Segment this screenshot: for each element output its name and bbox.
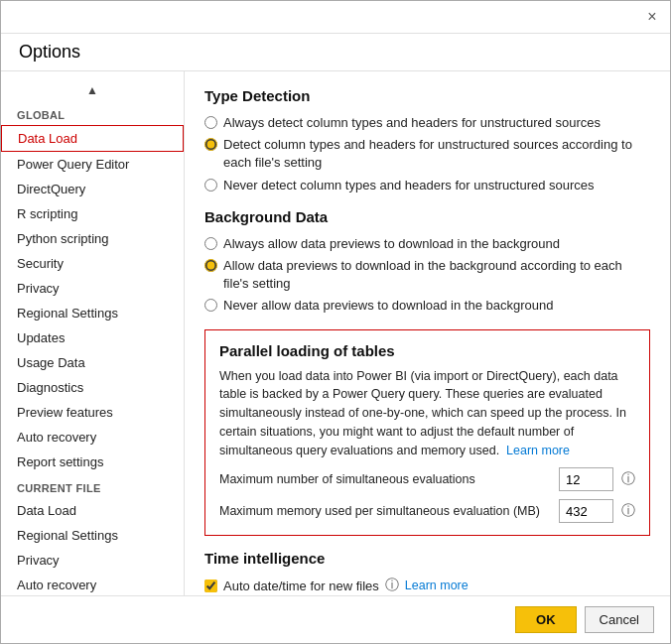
main-content: Type Detection Always detect column type…	[185, 71, 670, 595]
auto-date-checkbox[interactable]	[204, 580, 217, 592]
max-memory-row: Maximum memory used per simultaneous eva…	[219, 499, 635, 523]
max-evaluations-row: Maximum number of simultaneous evaluatio…	[219, 467, 635, 491]
background-data-option-2: Allow data previews to download in the b…	[204, 257, 650, 293]
sidebar-item-updates[interactable]: Updates	[1, 325, 184, 350]
auto-date-label: Auto date/time for new files	[223, 579, 379, 593]
sidebar-item-power-query-editor[interactable]: Power Query Editor	[1, 152, 184, 177]
sidebar-item-python-scripting[interactable]: Python scripting	[1, 226, 184, 251]
sidebar-item-privacy[interactable]: Privacy	[1, 276, 184, 301]
titlebar: ×	[1, 1, 670, 34]
time-intelligence-learn-more[interactable]: Learn more	[405, 579, 469, 592]
background-data-title: Background Data	[204, 208, 650, 225]
max-memory-input[interactable]	[559, 499, 613, 523]
sidebar-item-data-load[interactable]: Data Load	[1, 125, 184, 152]
parallel-loading-learn-more[interactable]: Learn more	[506, 444, 570, 457]
sidebar-item-security[interactable]: Security	[1, 251, 184, 276]
type-detection-label-2: Detect column types and headers for unst…	[223, 136, 650, 172]
type-detection-option-3: Never detect column types and headers fo…	[204, 177, 650, 194]
background-data-label-3: Never allow data previews to download in…	[223, 297, 553, 315]
background-data-option-1: Always allow data previews to download i…	[204, 235, 650, 253]
close-button[interactable]: ×	[642, 7, 662, 27]
background-data-radio-1[interactable]	[204, 237, 217, 250]
current-file-section-label: CURRENT FILE	[1, 474, 184, 498]
background-data-option-3: Never allow data previews to download in…	[204, 297, 650, 315]
dialog-body: ▲ GLOBAL Data Load Power Query Editor Di…	[1, 71, 670, 595]
auto-date-row: Auto date/time for new files ⓘ Learn mor…	[204, 577, 650, 594]
max-memory-label: Maximum memory used per simultaneous eva…	[219, 504, 551, 518]
type-detection-title: Type Detection	[204, 87, 650, 104]
sidebar-item-auto-recovery[interactable]: Auto recovery	[1, 425, 184, 450]
options-dialog: × Options ▲ GLOBAL Data Load Power Query…	[0, 0, 671, 644]
type-detection-radio-1[interactable]	[204, 116, 217, 129]
sidebar-item-cf-regional-settings[interactable]: Regional Settings	[1, 523, 184, 548]
dialog-footer: OK Cancel	[1, 595, 670, 643]
sidebar-item-diagnostics[interactable]: Diagnostics	[1, 375, 184, 400]
ok-button[interactable]: OK	[515, 606, 577, 633]
time-intelligence-title: Time intelligence	[204, 550, 650, 567]
sidebar-scroll-up[interactable]: ▲	[1, 79, 184, 101]
type-detection-radio-2[interactable]	[204, 138, 217, 151]
background-data-radio-2[interactable]	[204, 259, 217, 272]
auto-date-info-icon[interactable]: ⓘ	[385, 577, 399, 594]
sidebar-item-direct-query[interactable]: DirectQuery	[1, 177, 184, 201]
background-data-label-2: Allow data previews to download in the b…	[223, 257, 650, 293]
sidebar-item-report-settings[interactable]: Report settings	[1, 450, 184, 474]
parallel-loading-box: Parallel loading of tables When you load…	[204, 329, 650, 537]
type-detection-group: Always detect column types and headers f…	[204, 114, 650, 194]
background-data-radio-3[interactable]	[204, 299, 217, 312]
sidebar-item-cf-privacy[interactable]: Privacy	[1, 548, 184, 573]
sidebar-item-regional-settings[interactable]: Regional Settings	[1, 301, 184, 325]
type-detection-label-3: Never detect column types and headers fo…	[223, 177, 595, 194]
type-detection-radio-3[interactable]	[204, 179, 217, 192]
global-section-label: GLOBAL	[1, 101, 184, 125]
sidebar-item-usage-data[interactable]: Usage Data	[1, 350, 184, 375]
max-memory-info-icon[interactable]: ⓘ	[621, 502, 635, 520]
type-detection-option-1: Always detect column types and headers f…	[204, 114, 650, 132]
time-intelligence-section: Time intelligence Auto date/time for new…	[204, 550, 650, 594]
sidebar: ▲ GLOBAL Data Load Power Query Editor Di…	[1, 71, 185, 595]
max-evaluations-info-icon[interactable]: ⓘ	[621, 470, 635, 488]
max-evaluations-label: Maximum number of simultaneous evaluatio…	[219, 472, 551, 486]
dialog-title: Options	[1, 34, 670, 71]
type-detection-label-1: Always detect column types and headers f…	[223, 114, 601, 132]
sidebar-item-r-scripting[interactable]: R scripting	[1, 201, 184, 226]
background-data-group: Always allow data previews to download i…	[204, 235, 650, 316]
sidebar-item-cf-auto-recovery[interactable]: Auto recovery	[1, 573, 184, 595]
cancel-button[interactable]: Cancel	[585, 606, 654, 633]
sidebar-item-cf-data-load[interactable]: Data Load	[1, 498, 184, 523]
max-evaluations-input[interactable]	[559, 467, 613, 491]
parallel-loading-desc: When you load data into Power BI (via im…	[219, 367, 635, 460]
type-detection-option-2: Detect column types and headers for unst…	[204, 136, 650, 172]
parallel-loading-title: Parallel loading of tables	[219, 342, 635, 359]
background-data-label-1: Always allow data previews to download i…	[223, 235, 560, 253]
sidebar-item-preview-features[interactable]: Preview features	[1, 400, 184, 425]
